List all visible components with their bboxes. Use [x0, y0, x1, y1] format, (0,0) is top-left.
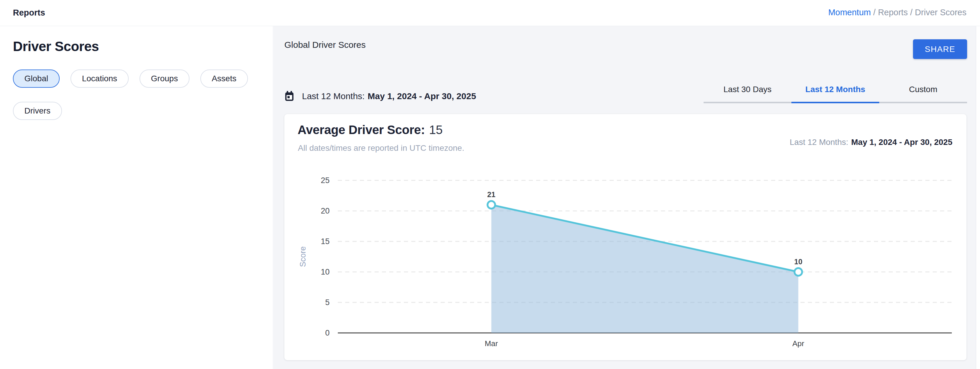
y-tick-label: 25 — [321, 176, 329, 185]
report-scope-tabs: Global Locations Groups Assets Drivers — [13, 70, 271, 120]
date-range-text: Last 12 Months:May 1, 2024 - Apr 30, 202… — [302, 91, 476, 101]
chart-area-fill — [492, 205, 799, 333]
breadcrumb-separator: / — [908, 8, 915, 17]
date-range-value: May 1, 2024 - Apr 30, 2025 — [368, 91, 476, 101]
page-title: Reports — [13, 0, 45, 25]
tab-last-12-months[interactable]: Last 12 Months — [791, 78, 879, 103]
y-tick-label: 15 — [321, 237, 329, 246]
point-value-label: 10 — [794, 258, 803, 266]
sidebar-tab-drivers[interactable]: Drivers — [13, 102, 62, 120]
card-date-range: Last 12 Months:May 1, 2024 - Apr 30, 202… — [790, 138, 952, 147]
date-range-label: Last 12 Months: — [302, 91, 364, 101]
y-tick-label: 5 — [325, 298, 329, 307]
report-title: Driver Scores — [13, 38, 273, 54]
share-button[interactable]: SHARE — [913, 39, 967, 59]
card-title: Average Driver Score:15 — [298, 123, 443, 137]
section-title: Global Driver Scores — [284, 40, 366, 50]
breadcrumb-item-driver-scores: Driver Scores — [915, 8, 966, 17]
driver-score-chart: 051015202521Mar10AprScore — [286, 164, 965, 358]
sidebar-tab-locations[interactable]: Locations — [70, 70, 129, 88]
card-date-range-value: May 1, 2024 - Apr 30, 2025 — [851, 138, 952, 147]
x-axis-label: Apr — [792, 339, 804, 348]
calendar-icon — [284, 91, 294, 101]
chart-point[interactable] — [488, 201, 495, 209]
y-axis-title: Score — [299, 246, 307, 267]
breadcrumb-item-reports: Reports — [878, 8, 908, 17]
tab-custom[interactable]: Custom — [879, 78, 967, 103]
timezone-note: All dates/times are reported in UTC time… — [298, 143, 464, 153]
y-tick-label: 0 — [325, 328, 329, 337]
scrollbar-gutter[interactable] — [976, 26, 980, 369]
sidebar-tab-assets[interactable]: Assets — [200, 70, 248, 88]
card-date-range-label: Last 12 Months: — [790, 138, 848, 147]
main-content: Global Driver Scores SHARE Last 12 Month… — [274, 26, 980, 369]
breadcrumb-separator: / — [871, 8, 878, 17]
x-axis-label: Mar — [485, 339, 498, 348]
driver-score-chart-svg: 051015202521Mar10AprScore — [286, 164, 965, 358]
card-title-label: Average Driver Score: — [298, 123, 425, 137]
date-range-row: Last 12 Months:May 1, 2024 - Apr 30, 202… — [284, 91, 476, 101]
sidebar: Driver Scores Global Locations Groups As… — [0, 26, 273, 369]
average-score-value: 15 — [429, 123, 442, 137]
sidebar-tab-global[interactable]: Global — [13, 70, 60, 88]
point-value-label: 21 — [487, 190, 496, 199]
sidebar-tab-groups[interactable]: Groups — [140, 70, 189, 88]
chart-point[interactable] — [795, 268, 802, 276]
breadcrumb: Momentum / Reports / Driver Scores — [828, 0, 966, 25]
y-tick-label: 20 — [321, 206, 329, 215]
tab-last-30-days[interactable]: Last 30 Days — [703, 78, 791, 103]
date-range-tabs: Last 30 Days Last 12 Months Custom — [703, 78, 967, 103]
top-bar: Reports Momentum / Reports / Driver Scor… — [0, 0, 980, 26]
breadcrumb-link-momentum[interactable]: Momentum — [828, 8, 871, 17]
average-driver-score-card: Average Driver Score:15 All dates/times … — [284, 114, 966, 360]
y-tick-label: 10 — [321, 268, 329, 276]
